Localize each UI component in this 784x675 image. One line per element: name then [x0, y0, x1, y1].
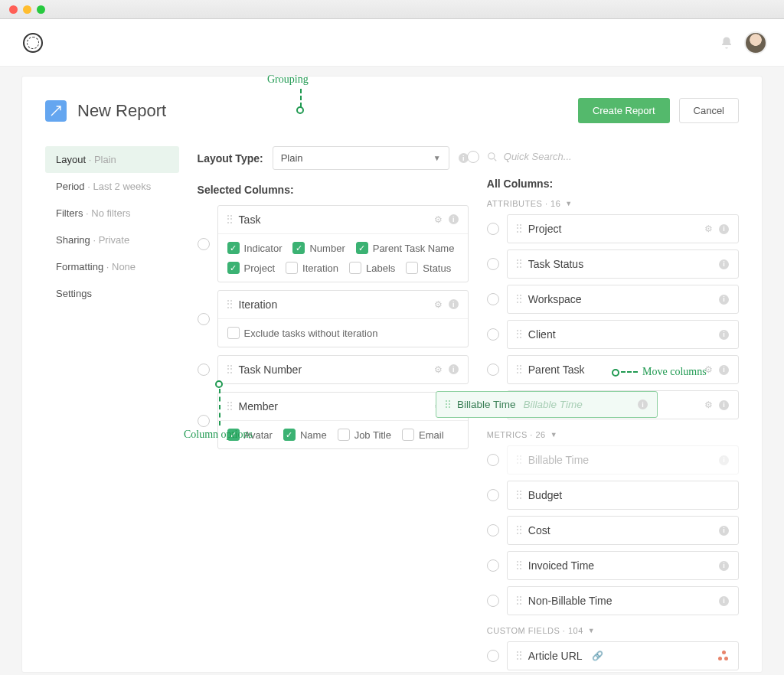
column-radio[interactable]: [487, 328, 499, 341]
checkbox-icon[interactable]: [286, 262, 298, 274]
option-number[interactable]: Number: [292, 242, 345, 254]
column-radio[interactable]: [487, 559, 499, 572]
quick-search-input[interactable]: Quick Search...: [485, 146, 739, 167]
create-report-button[interactable]: Create Report: [578, 98, 670, 123]
column-project[interactable]: Projecti: [507, 214, 739, 243]
group-radio[interactable]: [198, 364, 210, 376]
option-email[interactable]: Email: [402, 429, 444, 441]
user-avatar[interactable]: [744, 31, 767, 54]
drag-handle-icon[interactable]: [227, 402, 233, 411]
cancel-button[interactable]: Cancel: [679, 98, 739, 123]
checkbox-icon[interactable]: [227, 327, 240, 339]
column-radio[interactable]: [487, 454, 499, 466]
checkbox-icon[interactable]: [227, 242, 240, 254]
column-radio[interactable]: [487, 524, 499, 536]
column-radio[interactable]: [487, 650, 499, 662]
layout-type-select[interactable]: Plain ▼: [273, 146, 449, 170]
option-avatar[interactable]: Avatar: [227, 429, 273, 441]
checkbox-icon[interactable]: [356, 242, 368, 254]
column-radio[interactable]: [487, 489, 499, 501]
drag-ghost-billable-time[interactable]: Billable Time Billable Time i: [436, 391, 658, 418]
gear-icon[interactable]: [704, 399, 713, 410]
info-icon[interactable]: i: [449, 299, 459, 309]
gear-icon[interactable]: [434, 364, 443, 375]
column-budget[interactable]: Budget: [507, 481, 739, 510]
group-radio[interactable]: [198, 415, 210, 427]
info-icon[interactable]: i: [719, 455, 729, 465]
sidebar-item-layout[interactable]: Layout · Plain: [45, 146, 179, 173]
checkbox-icon[interactable]: [402, 429, 414, 441]
column-radio[interactable]: [487, 595, 499, 607]
option-project[interactable]: Project: [227, 262, 275, 274]
radio-selector[interactable]: [467, 151, 479, 163]
checkbox-icon[interactable]: [227, 262, 240, 274]
checkbox-icon[interactable]: [338, 429, 350, 441]
gear-icon[interactable]: [434, 299, 443, 310]
window-close-icon[interactable]: [9, 5, 18, 14]
info-icon[interactable]: i: [719, 295, 729, 305]
info-icon[interactable]: i: [719, 365, 729, 375]
drag-handle-icon[interactable]: [517, 259, 522, 269]
window-zoom-icon[interactable]: [37, 5, 45, 14]
column-invoiced time[interactable]: Invoiced Timei: [507, 551, 739, 580]
info-icon[interactable]: i: [719, 224, 729, 234]
drag-handle-icon[interactable]: [517, 526, 522, 535]
drag-handle-icon[interactable]: [227, 365, 233, 374]
option-iteration[interactable]: Iteration: [286, 262, 338, 274]
option-status[interactable]: Status: [406, 262, 451, 274]
drag-handle-icon[interactable]: [227, 300, 233, 309]
column-task status[interactable]: Task Statusi: [507, 249, 739, 279]
checkbox-icon[interactable]: [292, 242, 305, 254]
drag-handle-icon[interactable]: [517, 561, 522, 570]
drag-handle-icon[interactable]: [517, 491, 522, 500]
drag-handle-icon[interactable]: [446, 400, 451, 409]
checkbox-icon[interactable]: [349, 262, 361, 274]
info-icon[interactable]: i: [719, 526, 729, 536]
option-indicator[interactable]: Indicator: [227, 242, 283, 254]
group-radio[interactable]: [198, 238, 210, 250]
info-icon[interactable]: i: [719, 330, 729, 340]
column-non-billable time[interactable]: Non-Billable Timei: [507, 586, 739, 615]
group-radio[interactable]: [198, 313, 210, 325]
drag-handle-icon[interactable]: [517, 651, 522, 660]
column-billable time[interactable]: Billable Timei: [507, 445, 739, 474]
column-radio[interactable]: [487, 293, 499, 305]
column-radio[interactable]: [487, 223, 499, 235]
sidebar-item-filters[interactable]: Filters · No filters: [45, 200, 179, 227]
category-metrics[interactable]: METRICS · 26 ▼: [487, 430, 739, 439]
sidebar-item-formatting[interactable]: Formatting · None: [45, 253, 179, 280]
sidebar-item-period[interactable]: Period · Last 2 weeks: [45, 173, 179, 200]
column-cost[interactable]: Costi: [507, 516, 739, 545]
column-radio[interactable]: [487, 258, 499, 270]
checkbox-icon[interactable]: [406, 262, 418, 274]
sidebar-item-sharing[interactable]: Sharing · Private: [45, 227, 179, 253]
info-icon[interactable]: i: [449, 364, 459, 374]
info-icon[interactable]: i: [449, 214, 459, 224]
column-parent task[interactable]: Parent Taski: [507, 355, 739, 384]
info-icon[interactable]: i: [719, 561, 729, 571]
drag-handle-icon[interactable]: [227, 215, 233, 224]
option-labels[interactable]: Labels: [349, 262, 395, 274]
info-icon[interactable]: i: [719, 259, 729, 269]
gear-icon[interactable]: [704, 223, 713, 234]
column-client[interactable]: Clienti: [507, 320, 739, 349]
option-exclude tasks without iteration[interactable]: Exclude tasks without iteration: [227, 327, 378, 339]
drag-handle-icon[interactable]: [517, 295, 522, 304]
drag-handle-icon[interactable]: [517, 330, 522, 339]
option-parent task name[interactable]: Parent Task Name: [356, 242, 455, 254]
sidebar-item-settings[interactable]: Settings: [45, 280, 179, 307]
gear-icon[interactable]: [434, 214, 443, 225]
checkbox-icon[interactable]: [283, 429, 296, 441]
column-workspace[interactable]: Workspacei: [507, 285, 739, 314]
info-icon[interactable]: i: [719, 400, 729, 410]
gear-icon[interactable]: [704, 364, 713, 375]
drag-handle-icon[interactable]: [517, 455, 522, 465]
info-icon[interactable]: i: [719, 596, 729, 606]
column-radio[interactable]: [487, 364, 499, 376]
app-logo-icon[interactable]: [23, 33, 43, 53]
category-custom[interactable]: CUSTOM FIELDS · 104 ▼: [487, 626, 739, 635]
drag-handle-icon[interactable]: [517, 365, 522, 374]
option-job title[interactable]: Job Title: [338, 429, 391, 441]
drag-handle-icon[interactable]: [517, 224, 522, 233]
option-name[interactable]: Name: [283, 429, 327, 441]
